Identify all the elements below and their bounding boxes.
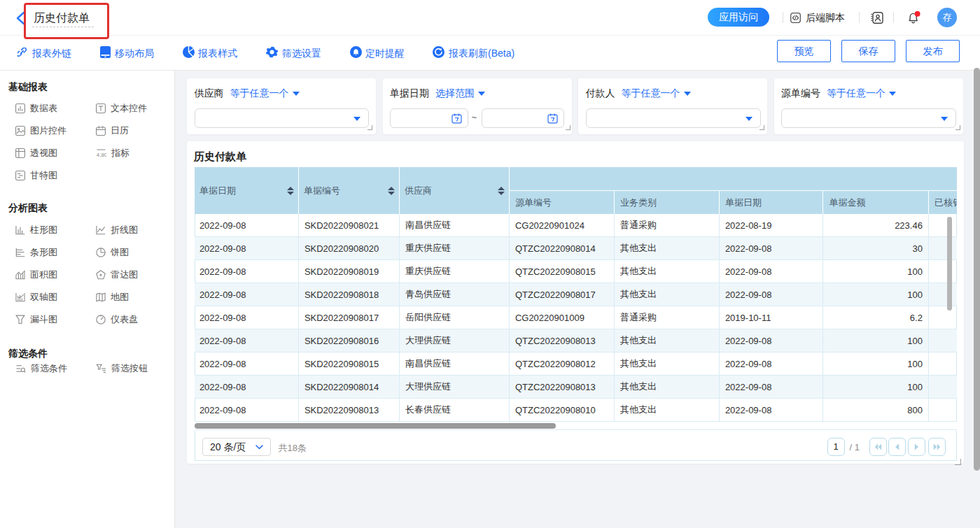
svg-text:4,80: 4,80 [97,152,106,158]
